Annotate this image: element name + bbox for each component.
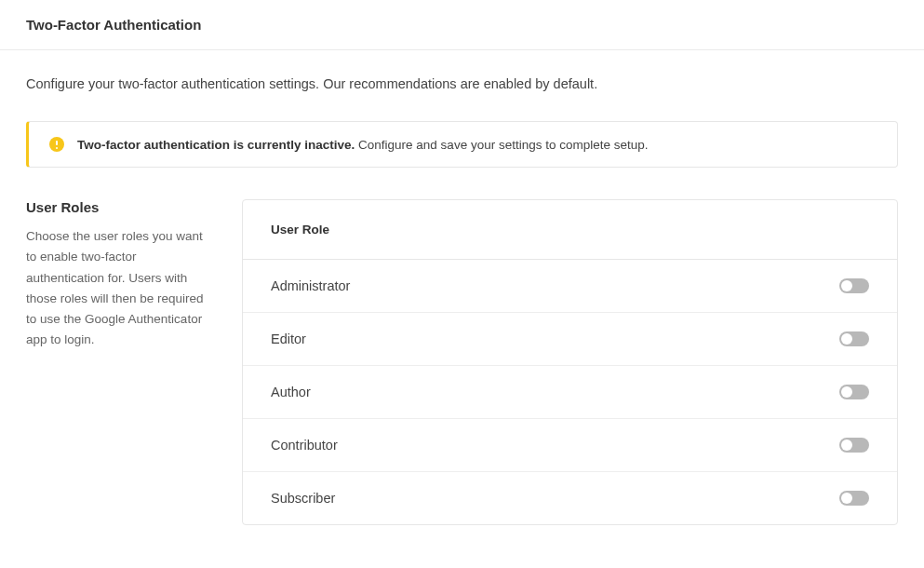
alert-rest: Configure and save your settings to comp… [355, 138, 648, 152]
warning-icon [49, 137, 64, 152]
alert-strong: Two-factor authentication is currently i… [77, 138, 355, 152]
roles-table-header: User Role [243, 200, 897, 260]
role-row-subscriber: Subscriber [243, 472, 897, 524]
toggle-subscriber[interactable] [839, 491, 869, 506]
role-label: Editor [271, 331, 306, 346]
page-header: Two-Factor Authentication [0, 0, 924, 50]
toggle-author[interactable] [839, 385, 869, 399]
toggle-contributor[interactable] [839, 438, 869, 453]
role-row-administrator: Administrator [243, 260, 897, 313]
role-row-editor: Editor [243, 313, 897, 366]
role-label: Subscriber [271, 491, 335, 506]
intro-text: Configure your two-factor authentication… [26, 76, 898, 91]
toggle-editor[interactable] [839, 331, 869, 346]
role-label: Author [271, 385, 311, 399]
inactive-alert: Two-factor authentication is currently i… [26, 121, 898, 168]
section-title: User Roles [26, 199, 212, 215]
section-main: User Role Administrator Editor Author Co… [242, 199, 898, 525]
user-roles-section: User Roles Choose the user roles you wan… [26, 199, 898, 525]
role-label: Administrator [271, 278, 350, 293]
roles-card: User Role Administrator Editor Author Co… [242, 199, 898, 525]
role-label: Contributor [271, 438, 338, 453]
section-sidebar: User Roles Choose the user roles you wan… [26, 199, 212, 525]
alert-text: Two-factor authentication is currently i… [77, 138, 649, 152]
section-description: Choose the user roles you want to enable… [26, 226, 212, 351]
page-title: Two-Factor Authentication [26, 17, 898, 33]
page-content: Configure your two-factor authentication… [0, 50, 924, 525]
toggle-administrator[interactable] [839, 278, 869, 293]
role-row-contributor: Contributor [243, 419, 897, 472]
role-row-author: Author [243, 366, 897, 419]
